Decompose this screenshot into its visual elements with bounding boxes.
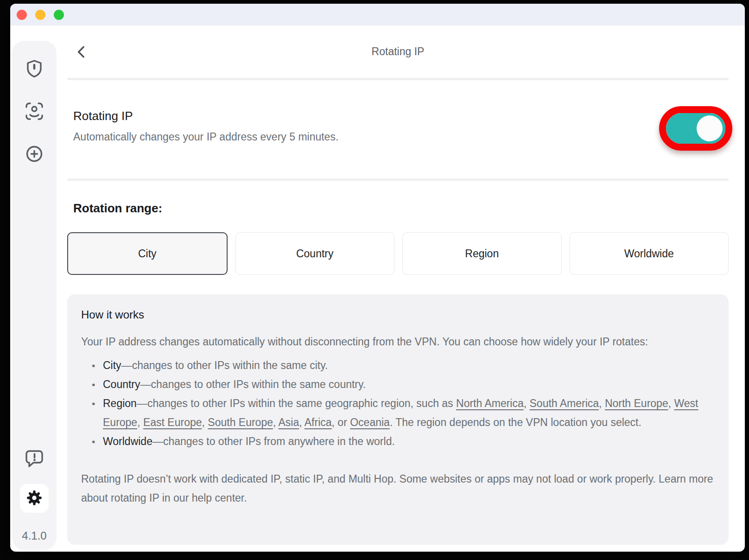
region-name: Africa xyxy=(305,416,332,428)
list-item-country: Country—changes to other IPs within the … xyxy=(103,375,715,394)
page-title: Rotating IP xyxy=(372,45,425,58)
how-it-works-box: How it works Your IP address changes aut… xyxy=(67,294,729,545)
how-it-works-intro: Your IP address changes automatically wi… xyxy=(81,332,715,351)
sidebar-item-settings[interactable] xyxy=(20,484,49,513)
main-content: Rotating IP Rotating IP Automatically ch… xyxy=(67,25,729,545)
app-version: 4.1.0 xyxy=(22,529,46,542)
plus-circle-icon xyxy=(24,144,44,164)
range-option-country[interactable]: Country xyxy=(235,232,395,275)
range-option-region[interactable]: Region xyxy=(402,232,562,275)
region-name: North Europe xyxy=(605,397,668,409)
titlebar xyxy=(10,4,745,25)
region-name: North America xyxy=(456,397,524,409)
rotation-range-options: City Country Region Worldwide xyxy=(67,232,729,275)
feedback-bubble-icon xyxy=(24,448,44,468)
how-it-works-list: City—changes to other IPs within the sam… xyxy=(81,356,715,451)
region-name: East Europe xyxy=(143,416,202,428)
annotation-highlight-ring xyxy=(659,106,732,151)
shield-icon xyxy=(24,58,44,79)
rotating-ip-title: Rotating IP xyxy=(73,109,729,123)
list-item-city: City—changes to other IPs within the sam… xyxy=(103,356,715,375)
sidebar: 4.1.0 xyxy=(12,41,57,550)
page-header: Rotating IP xyxy=(67,25,729,78)
toggle-knob xyxy=(697,115,723,141)
close-button[interactable] xyxy=(17,10,27,20)
region-name: South America xyxy=(530,397,599,409)
sidebar-item-alternative-id[interactable] xyxy=(24,101,44,121)
region-name: Asia xyxy=(279,416,299,428)
region-name: South Europe xyxy=(208,416,273,428)
region-name: Oceania xyxy=(350,416,390,428)
how-it-works-footer: Rotating IP doesn’t work with dedicated … xyxy=(81,470,715,508)
rotation-range-label: Rotation range: xyxy=(73,201,729,216)
chevron-left-icon xyxy=(75,53,89,60)
range-option-worldwide[interactable]: Worldwide xyxy=(570,232,729,275)
zoom-button[interactable] xyxy=(54,10,64,20)
app-window: 4.1.0 Rotating IP Rotating IP Automatica… xyxy=(10,4,745,552)
back-button[interactable] xyxy=(75,45,89,60)
rotating-ip-description: Automatically changes your IP address ev… xyxy=(73,131,729,143)
list-item-region: Region—changes to other IPs within the s… xyxy=(103,394,715,432)
sidebar-bottom-group: 4.1.0 xyxy=(20,439,49,542)
minimize-button[interactable] xyxy=(35,10,45,20)
sidebar-item-feedback[interactable] xyxy=(24,448,44,468)
rotating-ip-toggle[interactable] xyxy=(666,113,725,144)
sidebar-item-vpn[interactable] xyxy=(24,58,44,79)
face-scan-icon xyxy=(24,101,44,121)
list-item-worldwide: Worldwide—changes to other IPs from anyw… xyxy=(103,432,715,451)
sidebar-top-group xyxy=(24,47,44,175)
how-it-works-title: How it works xyxy=(81,308,715,321)
range-option-city[interactable]: City xyxy=(67,232,228,275)
rotation-range-section: Rotation range: City Country Region Worl… xyxy=(67,181,729,275)
rotating-ip-section: Rotating IP Automatically changes your I… xyxy=(67,80,729,178)
gear-icon xyxy=(25,489,44,509)
sidebar-item-add[interactable] xyxy=(24,144,44,164)
